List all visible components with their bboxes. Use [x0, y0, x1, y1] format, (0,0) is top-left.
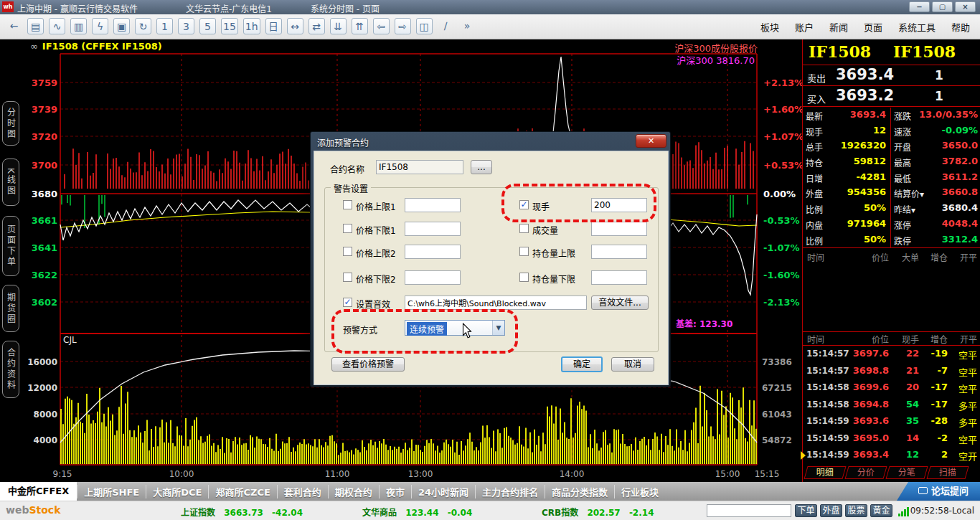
tab-tick[interactable]: 分笔	[885, 466, 928, 479]
threshold-input[interactable]	[405, 222, 461, 236]
quote-list-icon[interactable]: ▤	[27, 18, 44, 34]
menu-boards[interactable]: 板块	[760, 20, 779, 34]
checkbox[interactable]	[343, 224, 352, 233]
period-15-button[interactable]: 15	[221, 18, 238, 34]
period-1h-button[interactable]: 1h	[243, 18, 260, 34]
expand-horizontal-icon[interactable]: ↔	[287, 18, 303, 34]
tab-futures-circle[interactable]: 期货圈	[2, 285, 19, 332]
tab-night[interactable]: 夜市	[379, 485, 411, 498]
checkbox[interactable]	[519, 247, 529, 256]
sound-file-button[interactable]: 音效文件...	[591, 296, 649, 310]
svg-text:16000: 16000	[27, 357, 57, 367]
forum-ask-link[interactable]: 论坛提问	[897, 482, 980, 501]
restore-button[interactable]: ▢	[932, 1, 953, 12]
page-right-icon[interactable]: ⇨	[395, 18, 411, 34]
tab-dce[interactable]: 大商所DCE	[146, 485, 208, 498]
svg-text:3700: 3700	[32, 160, 57, 171]
svg-text:67215: 67215	[762, 383, 792, 393]
period-day-button[interactable]: 日	[265, 18, 282, 34]
ok-button[interactable]: 确定	[561, 356, 603, 372]
order-button[interactable]: 下单	[795, 504, 817, 517]
tab-contract-info[interactable]: 合约资料	[2, 341, 19, 398]
checkbox[interactable]	[343, 273, 352, 282]
view-price-alerts-button[interactable]: 查看价格预警	[331, 357, 405, 372]
threshold-input[interactable]	[405, 245, 461, 259]
tab-shfe[interactable]: 上期所SHFE	[77, 485, 146, 498]
menu-account[interactable]: 账户	[795, 20, 814, 34]
threshold-input[interactable]	[591, 222, 647, 236]
dialog-title-bar[interactable]: 添加预警合约 ✕	[311, 132, 670, 151]
chart-symbol-header: ∞IF1508 (CFFEX IF1508)	[30, 41, 162, 52]
sound-path-input[interactable]	[405, 296, 587, 310]
field-value: 3680.4	[942, 202, 978, 213]
tab-scan[interactable]: 扫描	[926, 466, 969, 479]
tape-openclose: 多平	[958, 415, 977, 429]
field-label: 最低	[894, 172, 911, 184]
cancel-button[interactable]: 取消	[611, 357, 654, 372]
save-icon[interactable]: ▣	[113, 18, 130, 34]
browse-contract-button[interactable]: ...	[471, 160, 492, 174]
back-icon[interactable]: ←	[6, 18, 22, 34]
scroll-down-icon[interactable]: ⇊	[330, 18, 347, 34]
minimize-button[interactable]: −	[909, 1, 930, 12]
quick-entry-input[interactable]	[707, 504, 791, 517]
threshold-input[interactable]	[591, 270, 647, 285]
sound-checkbox[interactable]	[343, 298, 352, 307]
menu-news[interactable]: 新闻	[829, 20, 848, 34]
tab-commodity-index[interactable]: 商品分类指数	[545, 485, 614, 498]
checkbox[interactable]	[343, 247, 352, 256]
checkbox[interactable]	[343, 200, 352, 209]
candlestick-icon[interactable]: ▥	[70, 18, 87, 34]
period-3-button[interactable]: 3	[178, 18, 194, 34]
tab-24h-news[interactable]: 24小时新闻	[411, 485, 475, 498]
link-icon[interactable]: ∞	[30, 41, 38, 52]
tape-oi-change: -7	[938, 365, 948, 376]
more-tools-icon[interactable]: »	[459, 18, 476, 34]
checkbox[interactable]	[519, 273, 529, 282]
tab-kline-chart[interactable]: K线图	[2, 159, 19, 206]
threshold-input[interactable]	[591, 245, 647, 259]
draw-line-icon[interactable]: ∕	[438, 18, 454, 34]
scroll-up-icon[interactable]: ⇈	[352, 18, 368, 34]
compress-horizontal-icon[interactable]: ⇄	[308, 18, 325, 34]
field-label: 日增	[806, 172, 823, 184]
threshold-input[interactable]	[405, 270, 461, 285]
line-chart-icon[interactable]: ∿	[49, 18, 65, 34]
menu-help[interactable]: 帮助	[951, 20, 970, 34]
refresh-icon[interactable]: ↻	[135, 18, 151, 34]
dialog-close-button[interactable]: ✕	[636, 134, 666, 148]
tape-row: 15:14:59 3693.4 12 2 空开	[803, 447, 980, 464]
tab-tape-detail[interactable]: 明细	[804, 466, 846, 479]
tab-cffex[interactable]: 中金所CFFEX	[0, 482, 77, 501]
menu-page[interactable]: 页面	[864, 20, 882, 34]
menu-system-tools[interactable]: 系统工具	[898, 20, 936, 34]
tab-czce[interactable]: 郑商所CZCE	[208, 485, 276, 498]
close-button[interactable]: ×	[955, 1, 976, 12]
checkbox[interactable]	[519, 224, 529, 233]
tab-price-dist[interactable]: 分价	[844, 466, 887, 479]
gold-button[interactable]: 黄金	[870, 504, 892, 517]
field-value: 954356	[847, 186, 886, 197]
contract-name-input[interactable]	[376, 160, 463, 174]
tab-arbitrage[interactable]: 套利合约	[277, 485, 328, 498]
ask-price: 3693.4	[836, 66, 894, 83]
tab-options[interactable]: 期权合约	[328, 485, 379, 498]
period-5-button[interactable]: 5	[199, 18, 216, 34]
tab-main-contracts[interactable]: 主力合约排名	[475, 485, 545, 498]
check-row: 价格上限1	[343, 198, 508, 212]
index-change: -0.04	[448, 508, 473, 518]
index-name: CRB指数	[542, 508, 578, 518]
overseas-button[interactable]: 外盘	[820, 504, 842, 517]
tab-intraday-chart[interactable]: 分时图	[2, 101, 19, 146]
period-1-button[interactable]: 1	[156, 18, 173, 34]
tab-industry-boards[interactable]: 行业板块	[614, 485, 665, 498]
lightning-icon[interactable]: ϟ	[92, 18, 108, 34]
highlight-annotation-volume	[501, 184, 656, 222]
page-left-icon[interactable]: ⇦	[373, 18, 390, 34]
threshold-input[interactable]	[405, 198, 461, 212]
tab-page-order[interactable]: 页面下单	[2, 216, 19, 276]
stocks-button[interactable]: 股票	[845, 504, 867, 517]
tape-header-2: 时间 价位 现手 增仓 开平	[803, 333, 980, 346]
field-label: 比例	[806, 235, 823, 247]
split-view-icon[interactable]: ◫	[416, 18, 433, 34]
